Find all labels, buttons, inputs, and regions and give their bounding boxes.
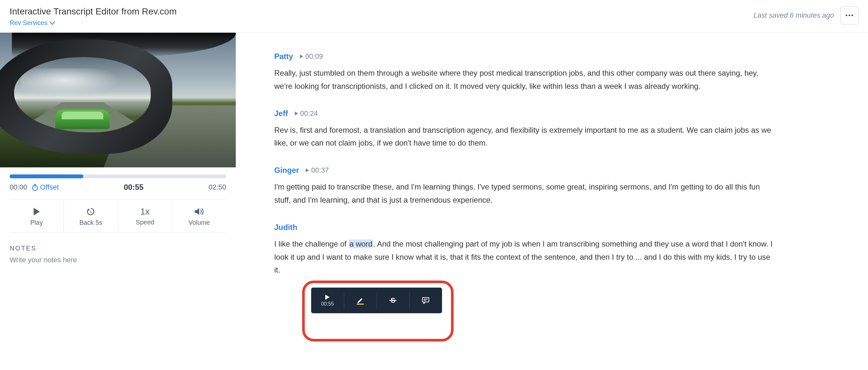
timestamp-text: 00:37	[311, 166, 329, 174]
chevron-down-icon	[50, 21, 55, 25]
segment-head: Judith	[274, 223, 775, 232]
time-start: 00:00	[10, 183, 27, 192]
segment-text[interactable]: I'm getting paid to transcribe these, an…	[274, 180, 775, 207]
selection-toolbar: 00:55 S	[311, 288, 442, 313]
segment: Patty 00:09 Really, just stumbled on the…	[274, 52, 775, 93]
speaker-name[interactable]: Patty	[274, 52, 293, 61]
offset-label: Offset	[40, 183, 59, 192]
transcript-pane[interactable]: Patty 00:09 Really, just stumbled on the…	[236, 33, 868, 370]
player-controls: 00:00 Offset 00:55 02:50 Play	[0, 167, 236, 236]
progress-bar[interactable]	[10, 174, 226, 178]
svg-point-0	[846, 15, 847, 16]
play-button[interactable]: Play	[10, 200, 64, 232]
kebab-icon	[845, 14, 853, 16]
back-5s-button[interactable]: 5 Back 5s	[64, 200, 118, 232]
strikethrough-icon: S	[389, 297, 397, 304]
time-left-group: 00:00 Offset	[10, 183, 59, 192]
speed-value: 1x	[140, 206, 150, 217]
speaker-name[interactable]: Ginger	[274, 166, 299, 175]
play-icon	[33, 206, 40, 217]
segment-text-pre: I like the challenge of	[274, 239, 349, 248]
toolbar-highlight-button[interactable]	[344, 288, 377, 313]
play-label: Play	[30, 219, 43, 226]
offset-button[interactable]: Offset	[32, 183, 59, 192]
play-small-icon	[305, 168, 309, 172]
toolbar-comment-button[interactable]	[409, 288, 442, 313]
progress-fill	[10, 174, 84, 178]
notes-input[interactable]	[10, 256, 226, 272]
header-right: Last saved 6 minutes ago	[753, 6, 858, 24]
segment-head: Ginger 00:37	[274, 166, 775, 175]
segment: Judith I like the challenge of a word. A…	[274, 223, 775, 277]
timestamp-text: 00:24	[300, 109, 318, 118]
body: 00:00 Offset 00:55 02:50 Play	[0, 33, 868, 370]
play-small-icon	[294, 111, 298, 116]
breadcrumb-label: Rev Services	[10, 19, 48, 27]
highlight-icon	[357, 296, 364, 305]
segment-head: Patty 00:09	[274, 52, 775, 61]
sidebar: 00:00 Offset 00:55 02:50 Play	[0, 33, 236, 370]
selected-text[interactable]: a word	[349, 239, 373, 248]
page-title: Interactive Transcript Editor from Rev.c…	[10, 6, 177, 17]
segment: Jeff 00:24 Rev is, first and foremost, a…	[274, 109, 775, 150]
speed-label: Speed	[136, 218, 154, 226]
control-buttons: Play 5 Back 5s 1x Speed Volume	[10, 199, 226, 232]
notes-section: NOTES	[0, 236, 236, 283]
segment-text[interactable]: I like the challenge of a word. And the …	[274, 238, 775, 277]
more-menu-button[interactable]	[840, 6, 858, 24]
volume-icon	[194, 206, 204, 217]
segment-text[interactable]: Really, just stumbled on them through a …	[274, 67, 775, 93]
header: Interactive Transcript Editor from Rev.c…	[0, 0, 868, 33]
segment-timestamp[interactable]: 00:37	[305, 166, 329, 174]
time-row: 00:00 Offset 00:55 02:50	[10, 183, 226, 192]
time-end: 02:50	[209, 183, 226, 192]
time-current: 00:55	[124, 183, 144, 192]
rewind-icon: 5	[86, 206, 96, 217]
play-icon	[324, 294, 331, 300]
svg-point-2	[851, 15, 853, 16]
toolbar-play-from-button[interactable]: 00:55	[311, 288, 344, 313]
toolbar-strikethrough-button[interactable]: S	[377, 288, 409, 313]
svg-rect-10	[423, 298, 429, 302]
stopwatch-icon	[32, 184, 38, 191]
notes-heading: NOTES	[10, 245, 226, 252]
speaker-name[interactable]: Judith	[274, 223, 297, 232]
breadcrumb-link[interactable]: Rev Services	[10, 19, 55, 27]
header-left: Interactive Transcript Editor from Rev.c…	[10, 6, 177, 27]
timestamp-text: 00:09	[305, 52, 323, 61]
segment: Ginger 00:37 I'm getting paid to transcr…	[274, 166, 775, 207]
toolbar-play-time: 00:55	[321, 301, 334, 307]
save-status: Last saved 6 minutes ago	[753, 11, 834, 20]
svg-text:5: 5	[90, 210, 92, 214]
volume-label: Volume	[189, 219, 210, 226]
volume-button[interactable]: Volume	[172, 200, 226, 232]
segment-text[interactable]: Rev is, first and foremost, a translatio…	[274, 124, 775, 150]
segment-head: Jeff 00:24	[274, 109, 775, 118]
comment-icon	[422, 297, 430, 304]
back-label: Back 5s	[79, 219, 102, 226]
svg-point-1	[849, 15, 850, 16]
video-preview[interactable]	[0, 33, 236, 167]
play-small-icon	[300, 54, 304, 59]
segment-timestamp[interactable]: 00:24	[294, 109, 318, 118]
segment-timestamp[interactable]: 00:09	[300, 52, 323, 61]
speaker-name[interactable]: Jeff	[274, 109, 288, 118]
speed-button[interactable]: 1x Speed	[118, 200, 172, 232]
